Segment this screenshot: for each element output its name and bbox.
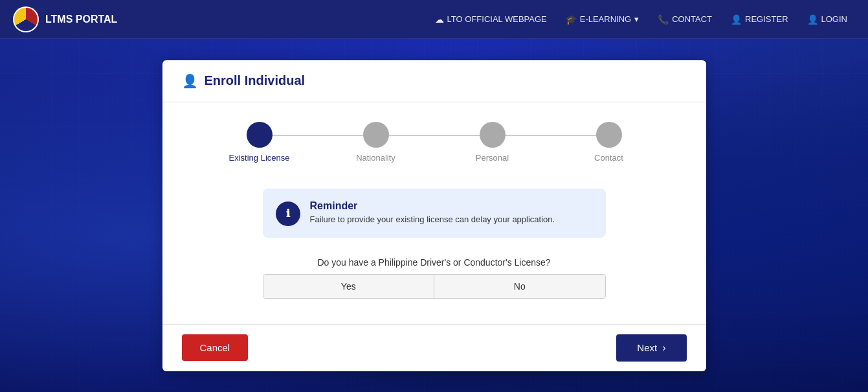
nav-login-label: LOGIN — [821, 14, 847, 24]
step-circle-3 — [480, 122, 506, 148]
nav-login[interactable]: 👤 LOGIN — [799, 9, 855, 30]
step-label-4: Contact — [594, 153, 623, 163]
page-title: Enroll Individual — [205, 73, 306, 88]
nav-register[interactable]: 👤 REGISTER — [723, 9, 796, 30]
reminder-title: Reminder — [310, 200, 555, 212]
step-existing-license: Existing License — [201, 122, 318, 163]
next-label: Next — [637, 342, 657, 353]
navbar: LTMS PORTAL ☁ LTO OFFICIAL WEBPAGE 🎓 E-L… — [0, 0, 868, 39]
no-button[interactable]: No — [434, 275, 605, 298]
enroll-card: 👤 Enroll Individual Existing License Nat… — [162, 60, 706, 371]
next-arrow-icon: › — [662, 342, 665, 354]
elearning-icon: 🎓 — [566, 14, 577, 25]
logo-emblem — [14, 8, 38, 31]
reminder-box: ℹ Reminder Failure to provide your exist… — [263, 189, 606, 238]
login-icon: 👤 — [807, 14, 818, 25]
person-icon: 👤 — [182, 73, 198, 89]
card-footer: Cancel Next › — [162, 324, 706, 371]
reminder-icon-wrap: ℹ — [276, 202, 300, 226]
phone-icon: 📞 — [658, 14, 669, 25]
info-icon: ℹ — [286, 207, 290, 220]
main-content: 👤 Enroll Individual Existing License Nat… — [0, 39, 868, 392]
question-label: Do you have a Philippine Driver's or Con… — [317, 257, 550, 268]
nav-lto-label: LTO OFFICIAL WEBPAGE — [447, 14, 547, 24]
step-label-2: Nationality — [356, 153, 395, 163]
nav-elearning-label: E-LEARNING — [580, 14, 631, 24]
nav-contact-label: CONTACT — [672, 14, 712, 24]
reminder-content: Reminder Failure to provide your existin… — [310, 200, 555, 224]
yes-button[interactable]: Yes — [263, 275, 435, 298]
question-section: Do you have a Philippine Driver's or Con… — [162, 251, 706, 312]
step-personal: Personal — [434, 122, 551, 163]
navbar-nav: ☁ LTO OFFICIAL WEBPAGE 🎓 E-LEARNING ▾ 📞 … — [427, 9, 855, 30]
step-circle-1 — [247, 122, 273, 148]
stepper: Existing License Nationality Personal Co… — [162, 102, 706, 176]
logo-icon — [13, 6, 39, 32]
license-toggle-group: Yes No — [263, 274, 606, 299]
step-nationality: Nationality — [318, 122, 434, 163]
brand-logo[interactable]: LTMS PORTAL — [13, 6, 117, 32]
nav-register-label: REGISTER — [745, 14, 788, 24]
next-button[interactable]: Next › — [616, 334, 686, 362]
reminder-text: Failure to provide your existing license… — [310, 214, 555, 224]
step-label-1: Existing License — [229, 153, 290, 163]
register-icon: 👤 — [731, 14, 742, 25]
cloud-icon: ☁ — [435, 14, 444, 25]
step-label-3: Personal — [476, 153, 509, 163]
brand-name: LTMS PORTAL — [45, 14, 117, 25]
step-circle-4 — [596, 122, 622, 148]
step-circle-2 — [363, 122, 389, 148]
chevron-down-icon: ▾ — [634, 14, 639, 24]
cancel-button[interactable]: Cancel — [182, 334, 249, 361]
nav-contact[interactable]: 📞 CONTACT — [650, 9, 720, 30]
step-contact: Contact — [551, 122, 667, 163]
card-header: 👤 Enroll Individual — [162, 60, 706, 102]
nav-elearning[interactable]: 🎓 E-LEARNING ▾ — [558, 9, 647, 30]
nav-lto-webpage[interactable]: ☁ LTO OFFICIAL WEBPAGE — [427, 9, 555, 30]
